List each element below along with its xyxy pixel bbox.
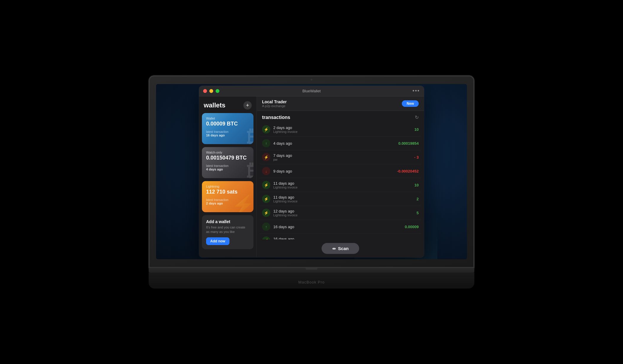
tx-amount: 5 <box>417 211 419 215</box>
tx-amount: 0.00019854 <box>398 141 419 146</box>
tx-date: 9 days ago <box>273 169 397 173</box>
lightning-watermark: ⚡ <box>231 196 253 212</box>
local-trader-subtitle: A p2p exchange <box>262 104 287 108</box>
minimize-button[interactable] <box>209 89 213 93</box>
sidebar: wallets + Wallet 0.00009 BTC latest tran… <box>199 96 257 257</box>
close-button[interactable] <box>203 89 207 93</box>
laptop-container: BlueWallet ••• wallets + <box>149 75 474 289</box>
transaction-row[interactable]: ⚡ 16 days ago Lightning invoice 10 <box>260 234 421 239</box>
camera-dot <box>311 79 312 80</box>
scan-icon: ⇔ <box>332 246 336 251</box>
tx-amount: 10 <box>415 127 419 132</box>
tx-btc-in-icon: ↑ <box>262 223 270 231</box>
wallet-date: 4 days ago <box>206 167 249 171</box>
local-trader-bar: Local Trader A p2p exchange New <box>257 96 424 111</box>
tx-label: pw <box>273 158 414 161</box>
wallet-latest-label: latest transaction <box>206 164 249 167</box>
sidebar-header: wallets + <box>199 96 256 113</box>
tx-info: 11 days ago Lightning invoice <box>273 181 415 189</box>
wallet-card-watch-only[interactable]: Watch-only 0.00150479 BTC latest transac… <box>202 147 253 178</box>
tx-btc-in-icon: ↑ <box>262 139 270 147</box>
tx-date: 7 days ago <box>273 153 414 158</box>
transaction-row[interactable]: ⚡ 7 days ago pw - 3 <box>260 150 421 164</box>
wallet-date: 16 days ago <box>206 133 249 137</box>
add-wallet-card: Add a wallet It's free and you can creat… <box>202 215 253 249</box>
tx-amount: 10 <box>415 183 419 187</box>
tx-info: 9 days ago <box>273 169 397 173</box>
add-wallet-title: Add a wallet <box>206 219 249 224</box>
transaction-row[interactable]: ⚡ 2 days ago Lightning invoice 10 <box>260 123 421 136</box>
wallet-balance: 0.00150479 BTC <box>206 155 249 161</box>
laptop-base: MacBook Pro <box>149 268 474 289</box>
macbook-label: MacBook Pro <box>298 280 325 284</box>
titlebar-menu-dots[interactable]: ••• <box>412 88 420 94</box>
tx-amount: - 3 <box>414 155 419 160</box>
traffic-lights <box>203 89 219 93</box>
titlebar-title: BlueWallet <box>302 89 321 93</box>
wallets-list: Wallet 0.00009 BTC latest transaction 16… <box>199 113 256 257</box>
scan-button[interactable]: ⇔ Scan <box>322 243 359 254</box>
tx-lightning-icon: ⚡ <box>262 195 270 203</box>
tx-date: 16 days ago <box>273 225 405 229</box>
app-body: wallets + Wallet 0.00009 BTC latest tran… <box>199 96 424 257</box>
transaction-row[interactable]: ↓ 9 days ago -0.00020452 <box>260 164 421 178</box>
tx-info: 4 days ago <box>273 141 398 146</box>
wallet-card-btc[interactable]: Wallet 0.00009 BTC latest transaction 16… <box>202 113 253 144</box>
maximize-button[interactable] <box>216 89 219 93</box>
tx-lightning-icon: ⚡ <box>262 125 270 133</box>
refresh-icon[interactable]: ↻ <box>415 115 419 120</box>
app-window: BlueWallet ••• wallets + <box>199 86 424 257</box>
transaction-row[interactable]: ↑ 16 days ago 0.00009 <box>260 220 421 234</box>
tx-amount: 2 <box>417 197 419 201</box>
tx-amount: -0.00020452 <box>397 169 419 173</box>
local-trader-name: Local Trader <box>262 99 287 104</box>
tx-info: 16 days ago <box>273 225 405 229</box>
tx-info: 12 days ago Lightning invoice <box>273 209 417 217</box>
transaction-row[interactable]: ⚡ 11 days ago Lightning invoice 2 <box>260 192 421 206</box>
sidebar-title: wallets <box>204 102 225 109</box>
local-trader-info: Local Trader A p2p exchange <box>262 99 287 108</box>
tx-lightning-icon: ⚡ <box>262 181 270 189</box>
btc-watermark: ₿ <box>247 162 253 178</box>
tx-label: Lightning invoice <box>273 199 417 203</box>
laptop-notch <box>306 268 317 270</box>
new-badge[interactable]: New <box>402 100 419 107</box>
add-wallet-icon-button[interactable]: + <box>243 101 252 109</box>
laptop-hinge <box>149 268 474 273</box>
tx-date: 11 days ago <box>273 181 415 186</box>
tx-info: 16 days ago Lightning invoice <box>273 237 415 240</box>
tx-date: 2 days ago <box>273 125 415 130</box>
transaction-row[interactable]: ⚡ 12 days ago Lightning invoice 5 <box>260 206 421 220</box>
screen-bezel: BlueWallet ••• wallets + <box>149 75 474 268</box>
scan-button-label: Scan <box>338 246 349 251</box>
tx-label: Lightning invoice <box>273 213 417 217</box>
wallet-balance: 0.00009 BTC <box>206 121 249 127</box>
tx-amount: 0.00009 <box>405 225 419 229</box>
tx-date: 11 days ago <box>273 195 417 199</box>
transactions-title: transactions <box>262 115 290 120</box>
tx-info: 7 days ago pw <box>273 153 414 161</box>
wallet-card-lightning[interactable]: Lightning 112 710 sats latest transactio… <box>202 181 253 212</box>
tx-label: Lightning invoice <box>273 186 415 189</box>
tx-date: 4 days ago <box>273 141 398 146</box>
tx-date: 12 days ago <box>273 209 417 213</box>
desktop-background: BlueWallet ••• wallets + <box>156 84 467 259</box>
transaction-row[interactable]: ⚡ 11 days ago Lightning invoice 10 <box>260 178 421 192</box>
add-now-button[interactable]: Add now <box>206 237 229 245</box>
titlebar: BlueWallet ••• <box>199 86 424 96</box>
tx-lightning-icon: ⚡ <box>262 209 270 217</box>
tx-info: 2 days ago Lightning invoice <box>273 125 415 133</box>
transactions-list: ⚡ 2 days ago Lightning invoice 10 ↑ <box>257 123 424 239</box>
tx-info: 11 days ago Lightning invoice <box>273 195 417 203</box>
screen-inner: BlueWallet ••• wallets + <box>156 84 467 259</box>
laptop-palmrest: MacBook Pro <box>149 273 474 289</box>
transactions-header: transactions ↻ <box>257 111 424 123</box>
tx-label: Lightning invoice <box>273 130 415 133</box>
scan-bar: ⇔ Scan <box>257 239 424 257</box>
main-panel: Local Trader A p2p exchange New transact… <box>257 96 424 257</box>
wallet-type-label: Lightning <box>206 185 249 188</box>
wallet-latest-label: latest transaction <box>206 130 249 133</box>
transaction-row[interactable]: ↑ 4 days ago 0.00019854 <box>260 136 421 150</box>
btc-watermark: ₿ <box>247 128 253 144</box>
add-wallet-desc: It's free and you can create as many as … <box>206 225 249 234</box>
